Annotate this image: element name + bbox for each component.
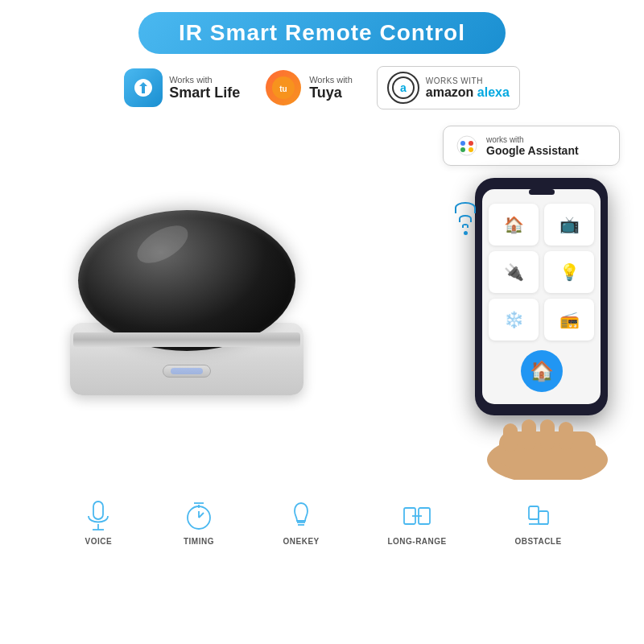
wifi-arc-medium: [459, 215, 472, 222]
phone-home-button[interactable]: 🏠: [521, 350, 563, 392]
svg-text:a: a: [400, 81, 407, 94]
svg-rect-13: [522, 419, 536, 450]
device-button-glow: [171, 368, 203, 374]
wifi-arc-small: [462, 224, 469, 228]
title-box: IR Smart Remote Control: [138, 12, 506, 54]
longrange-label: LONG-RANGE: [387, 537, 446, 546]
voice-label: VOICE: [85, 537, 113, 546]
svg-point-5: [457, 136, 477, 155]
svg-rect-14: [540, 419, 555, 450]
alexa-icon: a: [387, 72, 419, 104]
svg-rect-29: [529, 506, 539, 519]
wifi-dot: [464, 231, 468, 235]
svg-rect-30: [539, 511, 548, 524]
wifi-signal: [455, 202, 476, 235]
voice-icon: [82, 500, 114, 532]
phone-hand: [467, 415, 628, 480]
feature-obstacle: OBSTACLE: [514, 500, 561, 546]
svg-rect-0: [138, 93, 149, 95]
tuya-badge: tu Works with Tuya: [264, 68, 353, 107]
google-badge-text: works with Google Assistant: [486, 135, 579, 157]
phone-section: 🏠 📺 🔌 💡 ❄️ 📻 🏠: [443, 178, 620, 480]
middle-section: works with Google Assistant: [0, 118, 644, 488]
smart-life-badge: Works with Smart Life: [124, 68, 240, 107]
feature-longrange: LONG-RANGE: [387, 500, 446, 546]
svg-point-9: [469, 147, 473, 152]
device-ring: [73, 332, 300, 347]
obstacle-label: OBSTACLE: [514, 537, 561, 546]
phone-cell-6: 📻: [544, 299, 594, 341]
alexa-badge: a WORKS WITH amazon alexa: [377, 66, 520, 109]
phone-cell-3: 🔌: [489, 251, 539, 293]
alexa-brand: amazon alexa: [426, 85, 510, 100]
tuya-text: Works with Tuya: [309, 75, 353, 101]
phone-app-grid: 🏠 📺 🔌 💡 ❄️ 📻: [489, 204, 594, 341]
wifi-arc-large: [455, 202, 476, 213]
tuya-brand: Tuya: [309, 85, 353, 101]
svg-point-8: [460, 147, 465, 152]
google-assistant-badge: works with Google Assistant: [443, 126, 620, 166]
badges-row: Works with Smart Life tu Works with Tuya: [0, 58, 644, 118]
phone-cell-2: 📺: [544, 204, 594, 246]
phone-cell-1: 🏠: [489, 204, 539, 246]
device-section: [24, 126, 349, 480]
alexa-text: WORKS WITH amazon alexa: [426, 76, 510, 100]
smart-life-works-with: Works with: [169, 75, 240, 85]
svg-rect-16: [93, 502, 103, 519]
svg-rect-15: [559, 422, 573, 450]
wifi-icon: [455, 202, 476, 235]
tuya-icon: tu: [264, 68, 303, 107]
phone-screen: 🏠 📺 🔌 💡 ❄️ 📻 🏠: [482, 189, 601, 404]
feature-voice: VOICE: [82, 500, 114, 546]
page-title: IR Smart Remote Control: [179, 20, 465, 45]
ir-device: [70, 210, 303, 395]
header-section: IR Smart Remote Control: [0, 0, 644, 58]
onekey-label: ONEKEY: [283, 537, 320, 546]
svg-point-7: [469, 141, 473, 146]
timing-icon: [183, 500, 215, 532]
smart-life-icon: [124, 68, 163, 107]
google-logo: [456, 134, 478, 157]
feature-onekey: ONEKEY: [283, 500, 320, 546]
svg-point-6: [460, 141, 465, 146]
alexa-works-with: WORKS WITH: [426, 76, 510, 85]
svg-rect-12: [503, 423, 518, 452]
phone-body: 🏠 📺 🔌 💡 ❄️ 📻 🏠: [475, 178, 608, 415]
tuya-works-with: Works with: [309, 75, 353, 85]
right-section: works with Google Assistant: [349, 126, 620, 480]
smart-life-text: Works with Smart Life: [169, 75, 240, 101]
obstacle-icon: [522, 500, 555, 532]
google-brand: Google Assistant: [486, 144, 579, 157]
google-works-with: works with: [486, 135, 579, 144]
timing-label: TIMING: [184, 537, 214, 546]
svg-text:tu: tu: [279, 85, 287, 93]
onekey-icon: [285, 500, 317, 532]
device-dome-highlight: [131, 218, 194, 270]
features-row: VOICE TIMING: [0, 488, 644, 558]
page: IR Smart Remote Control Works with Smart…: [0, 0, 644, 644]
phone-notch: [529, 189, 555, 195]
feature-timing: TIMING: [183, 500, 215, 546]
phone-cell-5: ❄️: [489, 299, 539, 341]
tuya-logo-circle: tu: [266, 70, 301, 105]
phone-cell-4: 💡: [544, 251, 594, 293]
device-dome: [78, 210, 295, 351]
smart-life-brand: Smart Life: [169, 85, 240, 101]
longrange-icon: [401, 500, 433, 532]
